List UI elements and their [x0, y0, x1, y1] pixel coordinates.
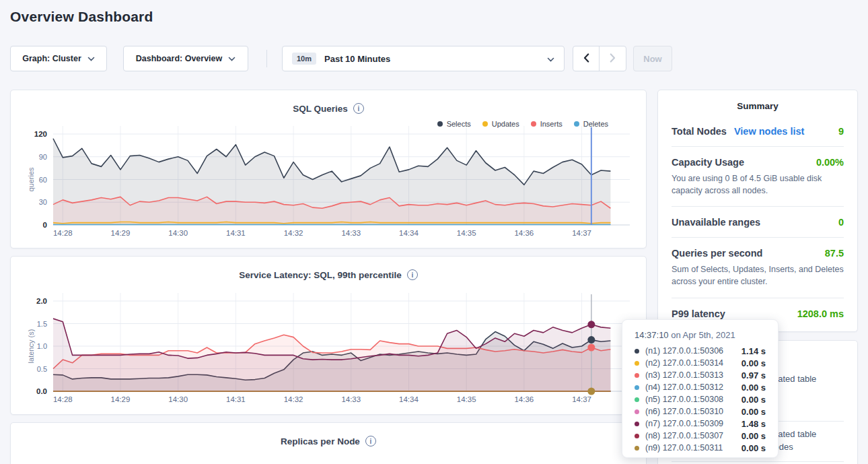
svg-text:0: 0 — [43, 221, 47, 229]
total-nodes-label: Total Nodes — [672, 126, 727, 137]
svg-text:14:34: 14:34 — [399, 395, 419, 403]
summary-qps-row: Queries per second 87.5 Sum of Selects, … — [672, 237, 844, 297]
replicas-per-node-panel: Replicas per Node i — [10, 422, 647, 464]
svg-text:14:29: 14:29 — [111, 395, 131, 403]
info-icon[interactable]: i — [365, 436, 376, 446]
node-color-dot-icon — [635, 349, 639, 354]
legend-entry[interactable]: Inserts — [531, 120, 563, 128]
time-pager — [573, 46, 626, 71]
node-color-dot-icon — [635, 434, 639, 438]
tooltip-node-row: (n2) 127.0.0.1:503140.00 s — [635, 357, 766, 369]
chevron-down-icon — [228, 54, 236, 63]
svg-text:0.0: 0.0 — [36, 387, 47, 395]
controls-divider — [266, 50, 267, 67]
chevron-down-icon — [547, 54, 554, 64]
chart-title: SQL Queries — [293, 104, 348, 114]
summary-unavailable-row: Unavailable ranges 0 — [672, 206, 844, 237]
node-color-dot-icon — [635, 397, 639, 402]
capacity-desc: You are using 0 B of 4.5 GiB usable disk… — [672, 172, 844, 197]
svg-text:14:37: 14:37 — [572, 395, 591, 403]
node-address: (n6) 127.0.0.1:50310 — [645, 407, 723, 416]
chart-title: Service Latency: SQL, 99th percentile — [239, 270, 402, 280]
legend-label: Selects — [447, 120, 471, 128]
svg-text:14:28: 14:28 — [53, 395, 73, 403]
node-address: (n1) 127.0.0.1:50306 — [645, 346, 723, 356]
node-latency-value: 0.00 s — [742, 395, 766, 405]
node-latency-value: 0.97 s — [742, 370, 766, 380]
total-nodes-value: 9 — [838, 126, 844, 137]
tooltip-node-row: (n7) 127.0.0.1:503091.48 s — [635, 418, 766, 430]
node-address: (n2) 127.0.0.1:50314 — [645, 358, 723, 368]
time-range-dropdown[interactable]: 10m Past 10 Minutes — [282, 46, 565, 71]
node-latency-value: 0.00 s — [742, 358, 766, 368]
svg-text:14:34: 14:34 — [399, 229, 419, 237]
tooltip-node-row: (n3) 127.0.0.1:503130.97 s — [635, 369, 766, 381]
node-address: (n7) 127.0.0.1:50309 — [645, 419, 723, 428]
svg-text:14:31: 14:31 — [226, 395, 246, 403]
service-latency-panel: 0.00.51.01.52.014:2814:2914:3014:3114:32… — [10, 256, 647, 415]
view-nodes-list-link[interactable]: View nodes list — [734, 126, 805, 137]
time-next-button[interactable] — [600, 46, 626, 71]
svg-text:14:33: 14:33 — [341, 395, 361, 403]
time-range-badge: 10m — [292, 53, 316, 65]
capacity-label: Capacity Usage — [672, 157, 744, 168]
node-color-dot-icon — [635, 446, 639, 451]
tooltip-node-row: (n6) 127.0.0.1:503100.00 s — [635, 405, 766, 418]
node-latency-value: 0.00 s — [742, 407, 766, 417]
chevron-right-icon — [610, 53, 616, 65]
unavailable-ranges-value: 0 — [838, 217, 844, 228]
svg-text:30: 30 — [39, 198, 47, 206]
qps-value: 87.5 — [825, 248, 844, 259]
svg-text:1.0: 1.0 — [37, 342, 47, 350]
summary-total-nodes-row: Total Nodes View nodes list 9 — [672, 121, 844, 146]
sql-queries-chart[interactable]: 030609012014:2814:2914:3014:3114:3214:33… — [11, 90, 647, 248]
unavailable-ranges-label: Unavailable ranges — [672, 217, 760, 228]
chevron-left-icon — [583, 53, 589, 65]
qps-label: Queries per second — [672, 248, 762, 259]
svg-text:14:37: 14:37 — [572, 229, 591, 237]
legend-label: Deletes — [583, 120, 608, 128]
info-icon[interactable]: i — [353, 103, 364, 114]
svg-text:14:32: 14:32 — [284, 229, 303, 237]
dashboard-dropdown-label: Dashboard: Overview — [136, 54, 223, 63]
legend-entry[interactable]: Deletes — [574, 120, 608, 128]
svg-text:14:29: 14:29 — [111, 229, 131, 237]
svg-text:14:35: 14:35 — [457, 395, 476, 403]
legend-entry[interactable]: Updates — [482, 120, 519, 128]
node-latency-value: 0.00 s — [742, 383, 766, 393]
dashboard-dropdown[interactable]: Dashboard: Overview — [123, 46, 248, 71]
chevron-down-icon — [87, 54, 95, 63]
legend-entry[interactable]: Selects — [437, 120, 471, 128]
svg-text:14:36: 14:36 — [514, 395, 534, 403]
summary-title: Summary — [672, 101, 844, 121]
svg-text:1.5: 1.5 — [37, 320, 47, 328]
graph-dropdown[interactable]: Graph: Cluster — [10, 46, 107, 71]
svg-text:queries: queries — [27, 167, 35, 192]
svg-text:90: 90 — [39, 153, 47, 161]
chart-legend: SelectsUpdatesInsertsDeletes — [437, 120, 608, 128]
overview-dashboard-page: Overview Dashboard Graph: Cluster Dashbo… — [0, 0, 868, 464]
info-icon[interactable]: i — [407, 269, 418, 280]
node-latency-value: 0.00 s — [742, 443, 766, 453]
legend-dot-icon — [437, 121, 443, 127]
svg-text:14:30: 14:30 — [168, 395, 188, 403]
qps-desc: Sum of Selects, Updates, Inserts, and De… — [672, 263, 844, 288]
sql-queries-panel: 030609012014:2814:2914:3014:3114:3214:33… — [10, 90, 647, 248]
tooltip-node-row: (n1) 127.0.0.1:503061.14 s — [635, 345, 766, 357]
node-address: (n3) 127.0.0.1:50313 — [645, 370, 723, 380]
tooltip-node-rows: (n1) 127.0.0.1:503061.14 s(n2) 127.0.0.1… — [635, 345, 766, 454]
svg-text:14:36: 14:36 — [514, 229, 534, 237]
service-latency-chart[interactable]: 0.00.51.01.52.014:2814:2914:3014:3114:32… — [11, 257, 647, 415]
tooltip-node-row: (n9) 127.0.0.1:503110.00 s — [635, 442, 766, 454]
node-color-dot-icon — [635, 361, 639, 366]
svg-text:14:31: 14:31 — [226, 229, 246, 237]
node-latency-value: 0.00 s — [742, 431, 766, 441]
legend-dot-icon — [531, 121, 536, 127]
tooltip-timestamp: 14:37:10 on Apr 5th, 2021 — [635, 330, 766, 340]
time-prev-button[interactable] — [573, 46, 600, 71]
tooltip-node-row: (n4) 127.0.0.1:503120.00 s — [635, 381, 766, 393]
node-color-dot-icon — [635, 409, 639, 414]
svg-text:120: 120 — [34, 130, 47, 138]
now-button[interactable]: Now — [633, 46, 672, 71]
node-color-dot-icon — [635, 373, 639, 378]
